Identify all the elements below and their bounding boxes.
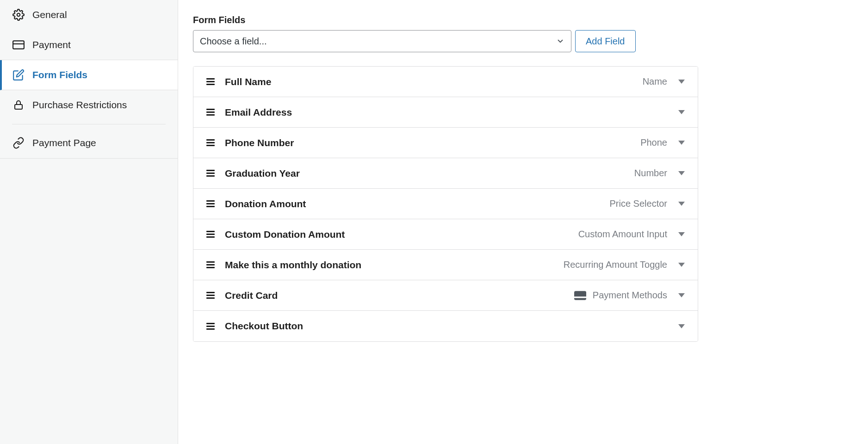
field-type: Recurring Amount Toggle — [564, 259, 667, 270]
field-label: Credit Card — [225, 290, 574, 301]
field-row[interactable]: Credit Card Payment Methods — [193, 280, 698, 311]
chevron-down-icon[interactable] — [678, 324, 685, 328]
link-icon — [12, 136, 25, 149]
settings-sidebar: General Payment Form Fields Purchase Res… — [0, 0, 178, 444]
field-type: Custom Amount Input — [578, 229, 667, 240]
select-placeholder: Choose a field... — [200, 36, 267, 47]
field-type: Name — [643, 76, 667, 87]
chevron-down-icon[interactable] — [678, 171, 685, 175]
field-type: Phone — [640, 137, 667, 148]
drag-handle-icon[interactable] — [206, 292, 215, 299]
field-label: Checkout Button — [225, 321, 667, 332]
sidebar-item-label: Payment — [32, 39, 71, 50]
sidebar-item-label: Payment Page — [32, 137, 96, 148]
sidebar-item-general[interactable]: General — [0, 0, 178, 30]
section-title: Form Fields — [193, 15, 853, 25]
drag-handle-icon[interactable] — [206, 78, 215, 85]
drag-handle-icon[interactable] — [206, 109, 215, 116]
field-label: Donation Amount — [225, 198, 610, 210]
field-row[interactable]: Donation Amount Price Selector — [193, 189, 698, 219]
add-field-row: Choose a field... Add Field — [193, 30, 853, 52]
main-content: Form Fields Choose a field... Add Field … — [178, 0, 868, 444]
field-type: Price Selector — [610, 198, 668, 209]
add-field-button[interactable]: Add Field — [575, 30, 636, 52]
field-label: Make this a monthly donation — [225, 259, 564, 271]
field-label: Email Address — [225, 107, 667, 118]
chevron-down-icon[interactable] — [678, 293, 685, 297]
gear-icon — [12, 8, 25, 21]
field-row[interactable]: Custom Donation Amount Custom Amount Inp… — [193, 219, 698, 250]
field-row[interactable]: Phone Number Phone — [193, 128, 698, 158]
field-row[interactable]: Full Name Name — [193, 67, 698, 97]
field-row[interactable]: Email Address — [193, 97, 698, 128]
form-fields-list: Full Name Name Email Address Phone Numbe… — [193, 66, 698, 342]
field-label: Graduation Year — [225, 168, 634, 179]
svg-rect-5 — [574, 296, 586, 298]
chevron-down-icon[interactable] — [678, 263, 685, 267]
chevron-down-icon[interactable] — [678, 141, 685, 145]
drag-handle-icon[interactable] — [206, 231, 215, 238]
sidebar-item-label: Form Fields — [32, 69, 87, 80]
drag-handle-icon[interactable] — [206, 261, 215, 268]
lock-icon — [12, 99, 25, 111]
field-row[interactable]: Checkout Button — [193, 311, 698, 341]
drag-handle-icon[interactable] — [206, 170, 215, 177]
sidebar-divider — [12, 124, 166, 124]
chevron-down-icon[interactable] — [678, 202, 685, 206]
chevron-down-icon[interactable] — [678, 110, 685, 114]
svg-rect-3 — [15, 105, 22, 109]
field-row[interactable]: Make this a monthly donation Recurring A… — [193, 250, 698, 280]
field-type: Payment Methods — [574, 290, 667, 301]
svg-point-0 — [17, 13, 20, 17]
drag-handle-icon[interactable] — [206, 139, 215, 146]
chevron-down-icon[interactable] — [678, 80, 685, 84]
field-label: Custom Donation Amount — [225, 229, 578, 240]
field-type-select[interactable]: Choose a field... — [193, 30, 571, 52]
svg-rect-1 — [13, 41, 24, 49]
chevron-down-icon[interactable] — [678, 232, 685, 236]
sidebar-item-payment[interactable]: Payment — [0, 30, 178, 60]
sidebar-item-payment-page[interactable]: Payment Page — [0, 128, 178, 158]
svg-rect-4 — [574, 291, 586, 300]
sidebar-item-label: General — [32, 9, 67, 20]
sidebar-item-form-fields[interactable]: Form Fields — [0, 60, 178, 90]
sidebar-item-purchase-restrictions[interactable]: Purchase Restrictions — [0, 90, 178, 120]
field-row[interactable]: Graduation Year Number — [193, 158, 698, 189]
edit-icon — [12, 68, 25, 81]
drag-handle-icon[interactable] — [206, 200, 215, 207]
card-icon — [12, 38, 25, 51]
field-label: Phone Number — [225, 137, 640, 148]
field-label: Full Name — [225, 76, 643, 87]
drag-handle-icon[interactable] — [206, 323, 215, 330]
card-icon — [574, 291, 586, 300]
field-type: Number — [634, 168, 667, 179]
chevron-down-icon — [556, 37, 564, 45]
sidebar-item-label: Purchase Restrictions — [32, 99, 127, 111]
